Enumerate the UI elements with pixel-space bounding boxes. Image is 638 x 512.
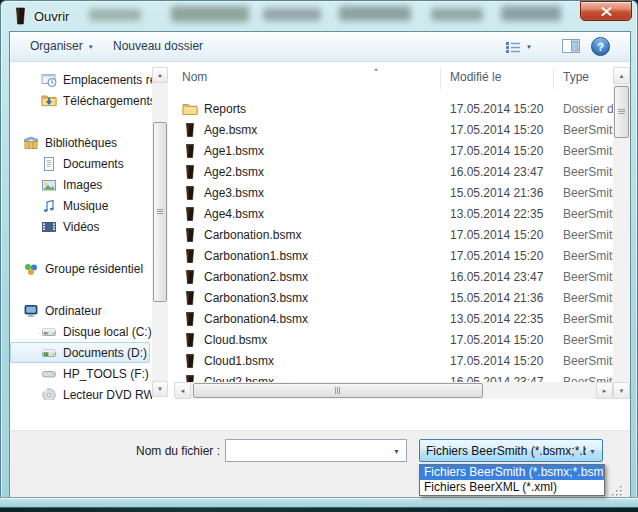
vertical-scrollbar[interactable]: ▲ ▼: [613, 67, 630, 399]
beersmith-file-icon: [182, 143, 198, 159]
scroll-right-button[interactable]: ►: [596, 382, 613, 399]
scroll-down-button[interactable]: ▼: [152, 381, 168, 397]
resize-grip[interactable]: [611, 483, 623, 495]
sidebar-item[interactable]: Musique: [10, 195, 152, 216]
sidebar-item[interactable]: Images: [10, 174, 152, 195]
sort-ascending-icon: ▲: [373, 66, 379, 72]
scrollbar-thumb[interactable]: [614, 86, 629, 138]
column-header-name[interactable]: Nom: [182, 70, 207, 84]
computer-icon: [23, 303, 41, 319]
filetype-combo[interactable]: Fichiers BeerSmith (*.bsmx;*.bs ▼: [419, 439, 603, 462]
sidebar-item[interactable]: Lecteur DVD RW: [10, 384, 152, 400]
filename-label: Nom du fichier :: [100, 444, 220, 458]
sidebar-item[interactable]: Documents: [10, 153, 152, 174]
beersmith-file-icon: [182, 332, 198, 348]
background-blur: [263, 8, 321, 21]
scroll-up-button[interactable]: ▲: [152, 67, 168, 83]
open-file-dialog: Ouvrir ▼ « Mes documents: [0, 0, 638, 512]
file-row[interactable]: Cloud2.bsmx 16.05.2014 23:47 BeerSmith: [174, 372, 613, 382]
scroll-down-button[interactable]: ▼: [613, 382, 630, 399]
scroll-up-button[interactable]: ▲: [613, 67, 630, 84]
horizontal-scrollbar[interactable]: ◄ ►: [174, 382, 613, 399]
window-frame: Ouvrir ▼ « Mes documents: [0, 0, 638, 507]
file-row[interactable]: Reports 17.05.2014 15:20 Dossier d: [174, 99, 613, 120]
file-row[interactable]: Age1.bsmx 17.05.2014 15:20 BeerSmith: [174, 141, 613, 162]
scroll-left-button[interactable]: ◄: [174, 382, 191, 399]
view-options-chevron-icon[interactable]: ▼: [526, 44, 532, 50]
window-bottom-edge: [0, 497, 638, 508]
sidebar-item[interactable]: Disque local (C:): [10, 321, 152, 342]
filetype-value: Fichiers BeerSmith (*.bsmx;*.bs: [426, 444, 586, 458]
filetype-option[interactable]: Fichiers BeerSmith (*.bsmx;*.bsm): [420, 465, 604, 480]
file-row[interactable]: Age4.bsmx 13.05.2014 22:35 BeerSmith: [174, 204, 613, 225]
dvd-drive-icon: [41, 387, 59, 401]
libraries-icon: [23, 135, 41, 151]
sidebar-item[interactable]: Vidéos: [10, 216, 152, 237]
beersmith-file-icon: [182, 227, 198, 243]
beersmith-file-icon: [182, 374, 198, 382]
command-toolbar: Organiser ▼ Nouveau dossier ▼ ?: [10, 32, 630, 62]
file-row[interactable]: Age3.bsmx 15.05.2014 21:36 BeerSmith: [174, 183, 613, 204]
help-button[interactable]: ?: [591, 37, 610, 56]
sidebar-item[interactable]: Ordinateur: [10, 300, 152, 321]
file-row[interactable]: Carbonation2.bsmx 16.05.2014 23:47 BeerS…: [174, 267, 613, 288]
file-row[interactable]: Carbonation1.bsmx 17.05.2014 15:20 BeerS…: [174, 246, 613, 267]
folder-icon: [182, 101, 198, 117]
homegroup-icon: [23, 261, 41, 277]
music-library-icon: [41, 198, 59, 214]
chevron-down-icon: ▼: [88, 42, 94, 50]
background-blur: [339, 6, 411, 21]
filename-input[interactable]: [226, 440, 389, 460]
file-row[interactable]: Age2.bsmx 16.05.2014 23:47 BeerSmith: [174, 162, 613, 183]
preview-pane-button[interactable]: [562, 39, 580, 53]
file-row[interactable]: Carbonation.bsmx 17.05.2014 15:20 BeerSm…: [174, 225, 613, 246]
column-divider[interactable]: [553, 68, 554, 89]
help-icon: ?: [597, 41, 604, 53]
column-header-modified[interactable]: Modifié le: [450, 70, 501, 84]
sidebar-item[interactable]: Groupe résidentiel: [10, 258, 152, 279]
sidebar-item[interactable]: Bibliothèques: [10, 132, 152, 153]
main-pane: Emplacements ré Téléchargements Biblioth…: [10, 62, 630, 400]
column-divider[interactable]: [440, 68, 441, 89]
beersmith-file-icon: [182, 185, 198, 201]
file-row[interactable]: Age.bsmx 17.05.2014 15:20 BeerSmith: [174, 120, 613, 141]
scrollbar-thumb[interactable]: [153, 122, 167, 302]
filetype-dropdown-list: Fichiers BeerSmith (*.bsmx;*.bsm)Fichier…: [419, 464, 605, 496]
new-folder-button[interactable]: Nouveau dossier: [113, 39, 203, 53]
sidebar-scrollbar[interactable]: ▲ ▼: [152, 67, 168, 397]
filetype-option[interactable]: Fichiers BeerXML (*.xml): [420, 480, 604, 495]
documents-library-icon: [41, 156, 59, 172]
column-headers: ▲ Nom Modifié le Type: [174, 67, 613, 90]
filetype-dropdown-icon[interactable]: ▼: [589, 448, 596, 455]
file-rows: Reports 17.05.2014 15:20 Dossier d Age.b…: [174, 99, 613, 382]
background-blur: [501, 6, 561, 21]
filename-dropdown-icon[interactable]: ▼: [393, 448, 400, 455]
file-row[interactable]: Carbonation4.bsmx 13.05.2014 22:35 BeerS…: [174, 309, 613, 330]
beersmith-file-icon: [182, 122, 198, 138]
column-header-type[interactable]: Type: [563, 70, 589, 84]
beersmith-app-icon: [14, 7, 27, 25]
recent-places-icon: [41, 72, 59, 88]
close-button[interactable]: [580, 1, 632, 21]
navigation-sidebar: Emplacements ré Téléchargements Biblioth…: [10, 62, 152, 400]
sidebar-item[interactable]: Documents (D:): [10, 342, 150, 363]
file-row[interactable]: Carbonation3.bsmx 15.05.2014 21:36 BeerS…: [174, 288, 613, 309]
file-row[interactable]: Cloud1.bsmx 17.05.2014 15:20 BeerSmith: [174, 351, 613, 372]
beersmith-file-icon: [182, 269, 198, 285]
beersmith-file-icon: [182, 290, 198, 306]
sidebar-item[interactable]: HP_TOOLS (F:): [10, 363, 152, 384]
background-blur: [89, 9, 141, 21]
beersmith-file-icon: [182, 206, 198, 222]
local-disk-icon: [41, 324, 59, 340]
downloads-icon: [41, 93, 59, 109]
beersmith-file-icon: [182, 248, 198, 264]
sidebar-item[interactable]: Téléchargements: [10, 90, 152, 111]
file-row[interactable]: Cloud.bsmx 17.05.2014 15:20 BeerSmith: [174, 330, 613, 351]
background-blur: [431, 8, 483, 21]
change-view-button[interactable]: [505, 40, 521, 53]
organize-button[interactable]: Organiser ▼: [30, 39, 94, 53]
sidebar-item[interactable]: Emplacements ré: [10, 69, 152, 90]
beersmith-file-icon: [182, 353, 198, 369]
close-icon: [601, 7, 612, 16]
scrollbar-thumb[interactable]: [193, 383, 483, 398]
